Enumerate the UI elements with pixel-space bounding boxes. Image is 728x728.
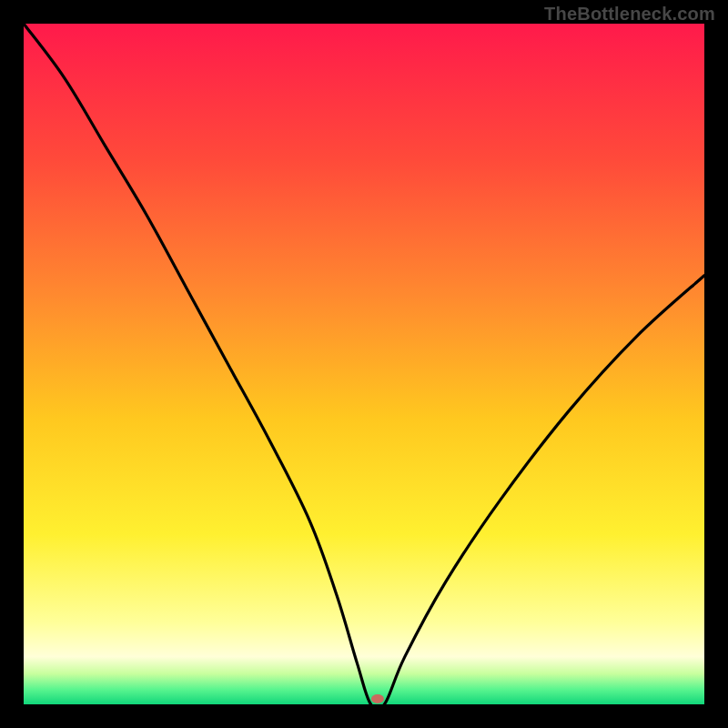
- watermark-text: TheBottleneck.com: [544, 4, 715, 25]
- optimum-marker: [371, 694, 384, 703]
- gradient-background: [24, 24, 704, 704]
- chart-frame: TheBottleneck.com: [0, 0, 728, 728]
- plot-area: [24, 24, 704, 704]
- bottleneck-chart: [24, 24, 704, 704]
